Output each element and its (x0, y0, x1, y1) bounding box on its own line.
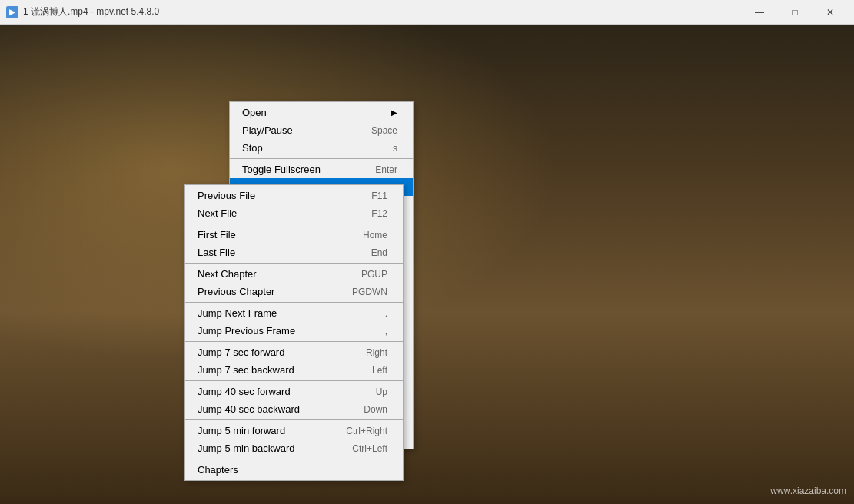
watermark: www.xiazaiba.com (770, 486, 846, 496)
navigate-submenu: Previous File F11 Next File F12 First Fi… (184, 184, 404, 481)
submenu-item-first-file-label: First File (198, 229, 340, 240)
submenu-item-jump-7-backward-label: Jump 7 sec backward (198, 364, 349, 376)
submenu-item-jump-5-backward-label: Jump 5 min backward (198, 443, 329, 454)
shortcut-jump-7-forward: Right (366, 347, 387, 358)
shortcut-play-pause: Space (371, 125, 397, 136)
submenu-item-next-file[interactable]: Next File F12 (185, 204, 403, 222)
shortcut-jump-next-frame: . (385, 308, 387, 319)
submenu-item-jump-next-frame[interactable]: Jump Next Frame . (185, 304, 403, 322)
shortcut-last-file: End (371, 247, 387, 258)
video-area: Open ▶ Play/Pause Space Stop s Toggle Fu… (0, 25, 854, 504)
submenu-item-jump-40-backward-label: Jump 40 sec backward (198, 403, 341, 415)
submenu-item-jump-previous-frame[interactable]: Jump Previous Frame , (185, 322, 403, 340)
submenu-item-next-file-label: Next File (198, 207, 348, 219)
nav-separator-2 (185, 263, 403, 264)
submenu-item-jump-5-forward-label: Jump 5 min forward (198, 425, 323, 436)
nav-separator-6 (185, 419, 403, 420)
minimize-button[interactable]: — (742, 0, 777, 25)
submenu-item-chapters-label: Chapters (198, 464, 387, 476)
submenu-item-jump-5-forward[interactable]: Jump 5 min forward Ctrl+Right (185, 422, 403, 439)
menu-item-play-pause[interactable]: Play/Pause Space (230, 121, 413, 139)
submenu-item-previous-chapter-label: Previous Chapter (198, 286, 329, 297)
submenu-item-jump-7-forward-label: Jump 7 sec forward (198, 346, 343, 358)
nav-separator-3 (185, 302, 403, 303)
submenu-item-jump-7-backward[interactable]: Jump 7 sec backward Left (185, 361, 403, 379)
submenu-item-jump-previous-frame-label: Jump Previous Frame (198, 325, 362, 337)
shortcut-previous-chapter: PGDWN (352, 287, 387, 297)
shortcut-jump-40-backward: Down (364, 404, 387, 415)
window-title: 1 谎涡博人.mp4 - mpv.net 5.4.8.0 (23, 5, 742, 18)
submenu-item-next-chapter-label: Next Chapter (198, 268, 338, 280)
submenu-item-chapters[interactable]: Chapters (185, 461, 403, 479)
shortcut-first-file: Home (363, 230, 387, 240)
shortcut-jump-7-backward: Left (372, 365, 387, 376)
shortcut-jump-40-forward: Up (376, 386, 387, 397)
close-button[interactable]: ✕ (812, 0, 848, 25)
submenu-item-last-file-label: Last File (198, 247, 348, 258)
app-icon: ▶ (6, 6, 18, 18)
shortcut-next-file: F12 (371, 208, 387, 219)
menu-item-stop-label: Stop (242, 142, 370, 154)
shortcut-previous-file: F11 (371, 191, 387, 201)
submenu-item-jump-7-forward[interactable]: Jump 7 sec forward Right (185, 343, 403, 361)
submenu-item-jump-40-forward[interactable]: Jump 40 sec forward Up (185, 383, 403, 400)
submenu-item-previous-file[interactable]: Previous File F11 (185, 187, 403, 204)
window-controls: — □ ✕ (742, 0, 848, 25)
shortcut-stop: s (393, 143, 397, 154)
menu-item-toggle-fullscreen[interactable]: Toggle Fullscreen Enter (230, 161, 413, 178)
shortcut-toggle-fullscreen: Enter (375, 164, 397, 175)
arrow-icon: ▶ (391, 108, 397, 117)
scene-background (0, 25, 854, 504)
menu-item-toggle-fullscreen-label: Toggle Fullscreen (242, 164, 352, 175)
submenu-item-previous-chapter[interactable]: Previous Chapter PGDWN (185, 283, 403, 300)
shortcut-jump-previous-frame: , (385, 326, 387, 337)
separator-1 (230, 158, 413, 159)
submenu-item-next-chapter[interactable]: Next Chapter PGUP (185, 265, 403, 283)
shortcut-next-chapter: PGUP (361, 269, 387, 280)
nav-separator-7 (185, 459, 403, 459)
submenu-item-jump-40-backward[interactable]: Jump 40 sec backward Down (185, 400, 403, 418)
title-bar: ▶ 1 谎涡博人.mp4 - mpv.net 5.4.8.0 — □ ✕ (0, 0, 854, 25)
shortcut-jump-5-backward: Ctrl+Left (352, 443, 387, 454)
submenu-item-previous-file-label: Previous File (198, 190, 348, 201)
menu-item-open-label: Open (242, 107, 384, 118)
submenu-item-jump-40-forward-label: Jump 40 sec forward (198, 386, 353, 397)
submenu-item-last-file[interactable]: Last File End (185, 244, 403, 261)
menu-item-stop[interactable]: Stop s (230, 139, 413, 157)
submenu-item-jump-5-backward[interactable]: Jump 5 min backward Ctrl+Left (185, 439, 403, 457)
menu-item-open[interactable]: Open ▶ (230, 104, 413, 121)
nav-separator-5 (185, 380, 403, 381)
maximize-button[interactable]: □ (777, 0, 812, 25)
shortcut-jump-5-forward: Ctrl+Right (346, 426, 387, 436)
menu-item-play-pause-label: Play/Pause (242, 124, 348, 136)
submenu-item-jump-next-frame-label: Jump Next Frame (198, 307, 362, 319)
nav-separator-4 (185, 341, 403, 342)
submenu-item-first-file[interactable]: First File Home (185, 226, 403, 244)
nav-separator-1 (185, 224, 403, 224)
